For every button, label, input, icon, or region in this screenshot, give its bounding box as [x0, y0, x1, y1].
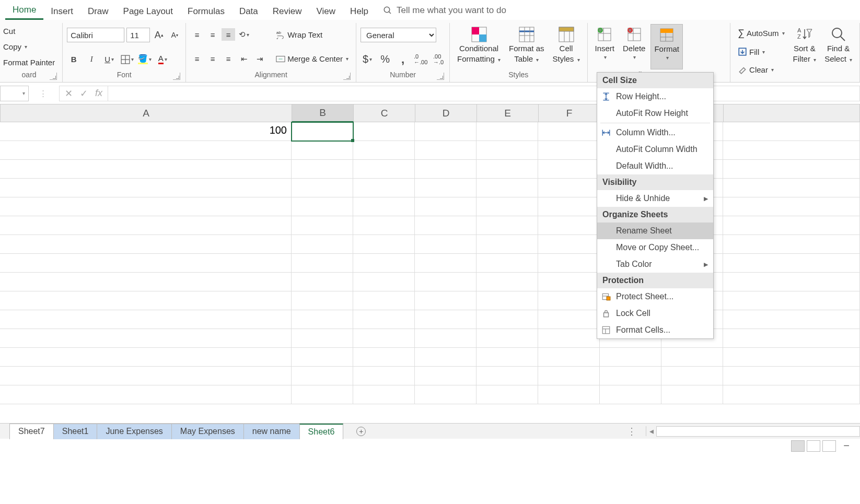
cell[interactable]: [353, 310, 415, 329]
cell[interactable]: [723, 291, 860, 310]
cell[interactable]: [353, 385, 415, 404]
tab-formulas[interactable]: Formulas: [180, 2, 232, 20]
menu-lock-cell[interactable]: Lock Cell: [597, 305, 713, 322]
sort-filter-button[interactable]: AZ Sort &Filter ▾: [790, 24, 820, 78]
cell[interactable]: [353, 273, 415, 291]
cell[interactable]: [415, 385, 477, 404]
cell[interactable]: [477, 385, 538, 404]
number-launcher[interactable]: [437, 73, 444, 80]
cell[interactable]: [477, 216, 538, 235]
cell[interactable]: [0, 197, 292, 216]
column-header-I[interactable]: [724, 104, 860, 122]
cell[interactable]: [600, 348, 661, 367]
cell[interactable]: [538, 310, 600, 329]
cell[interactable]: [723, 254, 860, 273]
cell[interactable]: [415, 254, 477, 273]
cell[interactable]: [415, 367, 477, 385]
delete-cells-button[interactable]: × Delete▾: [620, 24, 648, 69]
column-header-C[interactable]: C: [354, 104, 415, 122]
cell[interactable]: [723, 273, 860, 291]
tab-help[interactable]: Help: [343, 2, 376, 20]
cell[interactable]: [723, 160, 860, 179]
menu-autofit-row[interactable]: AutoFit Row Height: [597, 105, 713, 122]
cell[interactable]: [292, 273, 353, 291]
increase-indent-icon[interactable]: ⇥: [253, 53, 266, 65]
cell[interactable]: [292, 122, 353, 141]
number-format-combo[interactable]: General: [361, 28, 436, 42]
wrap-text-button[interactable]: ab Wrap Text: [273, 28, 352, 41]
cell[interactable]: [538, 329, 600, 348]
align-left-icon[interactable]: ≡: [190, 53, 204, 65]
cell[interactable]: [538, 179, 600, 197]
font-name-combo[interactable]: [67, 28, 124, 42]
column-header-B[interactable]: B: [292, 104, 354, 122]
cell[interactable]: [415, 329, 477, 348]
decrease-indent-icon[interactable]: ⇤: [237, 53, 251, 65]
cell[interactable]: [0, 160, 292, 179]
cell[interactable]: [415, 141, 477, 160]
name-box[interactable]: ▾: [0, 86, 29, 101]
cell[interactable]: [538, 122, 600, 141]
cell[interactable]: [353, 160, 415, 179]
cell[interactable]: [723, 216, 860, 235]
cell[interactable]: [723, 329, 860, 348]
cell[interactable]: [477, 348, 538, 367]
clear-button[interactable]: Clear▾: [735, 63, 788, 76]
new-sheet-button[interactable]: +: [353, 425, 369, 438]
align-middle-icon[interactable]: ≡: [206, 28, 219, 41]
cell[interactable]: [538, 273, 600, 291]
cancel-formula-icon[interactable]: ✕: [65, 88, 73, 99]
fill-color-button[interactable]: 🪣▾: [138, 53, 152, 66]
cell[interactable]: [538, 348, 600, 367]
align-bottom-icon[interactable]: ≡: [222, 28, 235, 41]
cell[interactable]: [661, 348, 723, 367]
merge-center-button[interactable]: Merge & Center▾: [273, 53, 352, 65]
tab-view[interactable]: View: [309, 2, 343, 20]
cell[interactable]: [415, 235, 477, 254]
page-layout-view-icon[interactable]: [807, 440, 820, 452]
percent-format-icon[interactable]: %: [378, 53, 392, 66]
cell[interactable]: [600, 367, 661, 385]
cell[interactable]: [538, 254, 600, 273]
cell[interactable]: [0, 291, 292, 310]
cell[interactable]: [477, 291, 538, 310]
cell[interactable]: [0, 367, 292, 385]
alignment-launcher[interactable]: [343, 73, 351, 80]
cell[interactable]: [477, 273, 538, 291]
menu-tab-color[interactable]: Tab Color▶: [597, 256, 713, 273]
cell[interactable]: [0, 216, 292, 235]
cut-button[interactable]: Cut: [0, 25, 58, 37]
sheet-tab-sheet7[interactable]: Sheet7: [9, 424, 54, 439]
cell[interactable]: [723, 179, 860, 197]
cell[interactable]: [723, 310, 860, 329]
sheet-tab-sheet1[interactable]: Sheet1: [53, 424, 98, 439]
cell[interactable]: [292, 235, 353, 254]
menu-protect-sheet[interactable]: Protect Sheet...: [597, 288, 713, 305]
increase-decimal-icon[interactable]: .0←.00: [414, 53, 427, 66]
comma-format-icon[interactable]: ,: [396, 53, 410, 66]
cell[interactable]: [723, 197, 860, 216]
cell[interactable]: [477, 329, 538, 348]
cell[interactable]: [477, 179, 538, 197]
cell[interactable]: [0, 141, 292, 160]
cell[interactable]: [538, 367, 600, 385]
sheet-tab-sheet6[interactable]: Sheet6: [299, 424, 344, 439]
sheet-tab-june[interactable]: June Expenses: [97, 424, 171, 439]
cell[interactable]: [292, 197, 353, 216]
cell[interactable]: [353, 291, 415, 310]
tab-home[interactable]: Home: [5, 1, 43, 20]
tab-page-layout[interactable]: Page Layout: [116, 2, 180, 20]
column-header-E[interactable]: E: [477, 104, 539, 122]
increase-font-icon[interactable]: A▴: [152, 29, 166, 41]
format-as-table-button[interactable]: Format asTable ▾: [506, 24, 548, 69]
cell[interactable]: [292, 348, 353, 367]
cell[interactable]: [353, 179, 415, 197]
cell[interactable]: [600, 385, 661, 404]
cell[interactable]: [723, 235, 860, 254]
cell[interactable]: [353, 122, 415, 141]
font-launcher[interactable]: [173, 73, 180, 80]
font-color-button[interactable]: A▾: [156, 53, 169, 66]
cell[interactable]: [415, 160, 477, 179]
cell[interactable]: [477, 310, 538, 329]
formula-input[interactable]: [108, 86, 860, 101]
